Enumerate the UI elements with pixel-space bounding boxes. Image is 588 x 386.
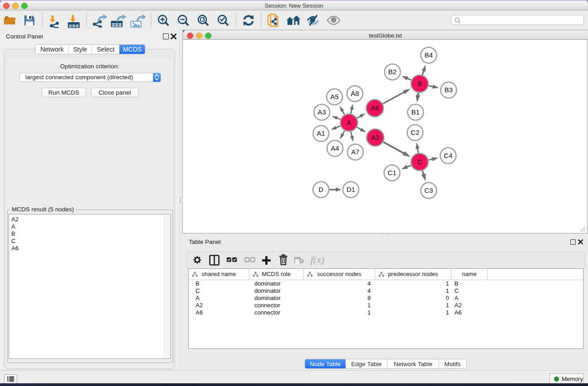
svg-text:C3: C3: [424, 186, 433, 194]
svg-text:A5: A5: [330, 93, 339, 100]
svg-text:B: B: [417, 80, 422, 87]
svg-text:A1: A1: [317, 129, 325, 137]
svg-text:B1: B1: [411, 108, 420, 116]
svg-text:A6: A6: [371, 104, 379, 112]
svg-text:C4: C4: [444, 152, 452, 159]
svg-text:B3: B3: [445, 86, 453, 94]
svg-text:A2: A2: [371, 133, 379, 141]
svg-text:A: A: [347, 119, 351, 126]
svg-text:A7: A7: [351, 148, 359, 156]
svg-text:A8: A8: [351, 90, 359, 97]
svg-text:B4: B4: [425, 51, 433, 59]
svg-text:D: D: [319, 186, 324, 193]
svg-text:A3: A3: [318, 108, 326, 116]
svg-text:C2: C2: [411, 129, 419, 136]
svg-text:C1: C1: [387, 169, 396, 176]
svg-text:D1: D1: [346, 186, 355, 193]
svg-text:A4: A4: [331, 144, 339, 152]
svg-text:B2: B2: [388, 68, 397, 76]
svg-text:C: C: [417, 158, 422, 166]
